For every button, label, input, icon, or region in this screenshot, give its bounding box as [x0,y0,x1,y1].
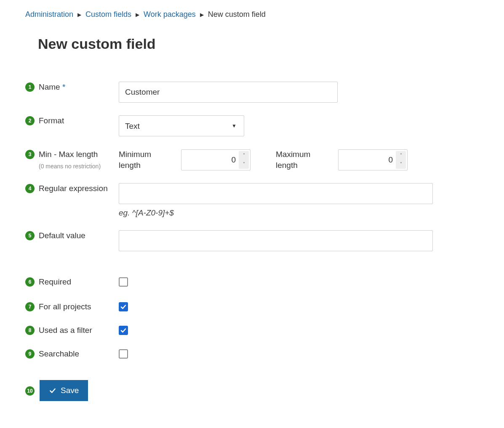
breadcrumb-link-administration[interactable]: Administration [25,10,73,19]
step-badge: 3 [25,150,35,159]
length-hint: (0 means no restriction) [39,162,101,170]
step-badge: 9 [25,349,35,359]
format-label: Format [39,115,64,126]
step-badge: 8 [25,326,35,335]
required-checkbox[interactable] [119,277,128,287]
step-badge: 6 [25,277,35,287]
for-all-projects-label: For all projects [39,301,91,312]
chevron-right-icon: ▶ [136,12,139,18]
step-badge: 2 [25,116,35,125]
default-value-input[interactable] [119,230,433,251]
stepper-down-icon[interactable]: ˅ [239,160,249,169]
min-length-stepper[interactable]: ˄ ˅ [239,151,249,169]
regex-hint: eg. ^[A-Z0-9]+$ [119,208,466,218]
breadcrumb: Administration ▶ Custom fields ▶ Work pa… [25,10,466,19]
step-badge: 7 [25,302,35,311]
step-badge: 4 [25,184,35,193]
chevron-right-icon: ▶ [77,12,81,18]
page-title: New custom field [25,36,466,52]
searchable-label: Searchable [39,348,79,359]
max-length-label: Maximum length [276,149,331,170]
used-as-filter-label: Used as a filter [39,325,92,336]
stepper-up-icon[interactable]: ˄ [396,151,406,160]
check-icon [49,387,56,394]
name-input[interactable] [119,82,338,103]
min-length-label: Minimum length [119,149,173,170]
name-label: Name * [39,82,65,93]
chevron-right-icon: ▶ [200,12,204,18]
max-length-stepper[interactable]: ˄ ˅ [396,151,406,169]
breadcrumb-link-custom-fields[interactable]: Custom fields [85,10,131,19]
step-badge: 5 [25,231,35,240]
stepper-up-icon[interactable]: ˄ [239,151,249,160]
format-select[interactable]: Text [119,115,244,136]
for-all-projects-checkbox[interactable] [119,302,128,311]
regex-input[interactable] [119,183,433,204]
used-as-filter-checkbox[interactable] [119,326,128,335]
stepper-down-icon[interactable]: ˅ [396,160,406,169]
searchable-checkbox[interactable] [119,349,128,359]
step-badge: 10 [25,386,35,396]
default-value-label: Default value [39,230,85,241]
length-label: Min - Max length [39,150,98,159]
breadcrumb-current: New custom field [208,10,266,19]
required-label: Required [39,276,71,287]
breadcrumb-link-work-packages[interactable]: Work packages [144,10,196,19]
save-button[interactable]: Save [40,380,88,401]
regex-label: Regular expression [39,183,108,194]
step-badge: 1 [25,82,35,92]
